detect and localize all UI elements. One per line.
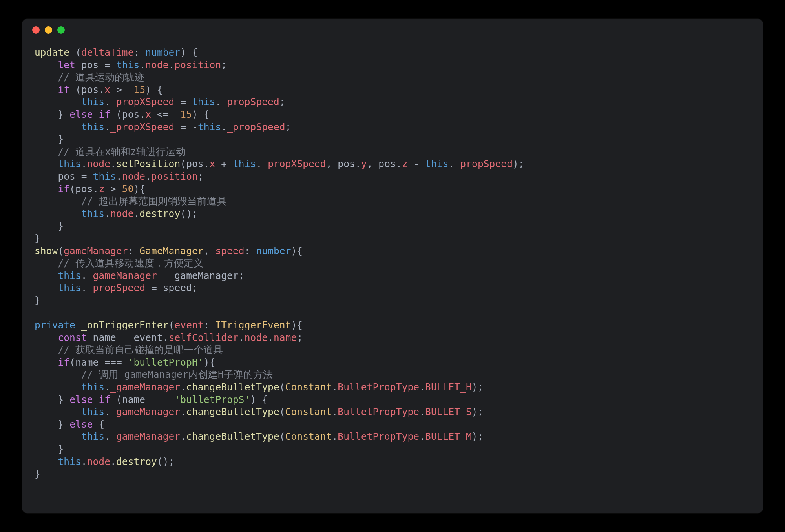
comment: // 超出屏幕范围则销毁当前道具 <box>81 195 227 207</box>
code-content: update (deltaTime: number) { let pos = t… <box>22 41 763 480</box>
window-titlebar <box>22 19 763 41</box>
code-editor-window: update (deltaTime: number) { let pos = t… <box>22 19 763 513</box>
method-name: _onTriggerEnter <box>81 319 169 331</box>
comment: // 传入道具移动速度，方便定义 <box>58 257 203 269</box>
method-name: update <box>35 47 69 58</box>
window-close-button[interactable] <box>32 26 40 34</box>
window-minimize-button[interactable] <box>45 26 52 34</box>
comment: // 道具运动的轨迹 <box>58 71 144 83</box>
keyword-let: let <box>58 59 75 71</box>
comment: // 获取当前自己碰撞的是哪一个道具 <box>58 344 223 355</box>
comment: // 道具在x轴和z轴进行运动 <box>58 146 185 157</box>
comment: // 调用_gameManager内创建H子弹的方法 <box>81 369 273 380</box>
method-name: show <box>35 245 58 257</box>
param: deltaTime <box>81 47 134 58</box>
type: number <box>145 47 180 58</box>
window-zoom-button[interactable] <box>57 26 65 34</box>
